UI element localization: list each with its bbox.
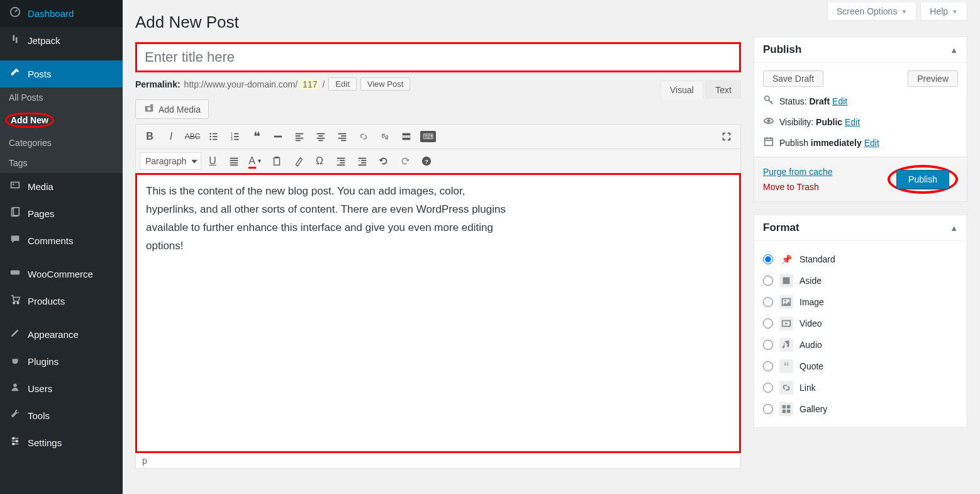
align-right-button[interactable] — [332, 127, 352, 146]
pages-icon — [8, 206, 23, 221]
submenu-add-new[interactable]: Add New — [0, 108, 123, 133]
sidebar-item-posts[interactable]: Posts — [0, 60, 123, 87]
special-character-button[interactable]: Ω — [309, 152, 330, 171]
italic-button[interactable]: I — [161, 127, 181, 146]
format-audio[interactable]: Audio — [763, 334, 958, 356]
format-video[interactable]: Video — [763, 313, 958, 334]
svg-rect-27 — [234, 133, 238, 135]
read-more-button[interactable] — [396, 127, 416, 146]
sidebar-item-media[interactable]: Media — [0, 173, 123, 200]
sidebar-item-products[interactable]: Products — [0, 288, 123, 315]
post-content-editor[interactable]: This is the content of the new blog post… — [135, 173, 741, 453]
submenu-categories[interactable]: Categories — [0, 133, 123, 153]
sidebar-item-pages[interactable]: Pages — [0, 200, 123, 227]
svg-rect-75 — [787, 405, 790, 408]
screen-options-tab[interactable]: Screen Options▼ — [827, 3, 916, 21]
text-color-button[interactable]: A ▼ — [245, 152, 265, 171]
format-radio[interactable] — [763, 276, 773, 286]
visual-tab[interactable]: Visual — [660, 81, 703, 99]
format-radio[interactable] — [763, 361, 773, 371]
format-standard[interactable]: 📌 Standard — [763, 249, 958, 270]
post-title-input[interactable] — [135, 42, 741, 72]
redo-button[interactable] — [395, 152, 415, 171]
permalink-slug[interactable]: 117 — [301, 79, 318, 89]
format-radio[interactable] — [763, 404, 773, 414]
svg-point-14 — [13, 437, 14, 439]
help-tab[interactable]: Help▼ — [920, 3, 967, 21]
preview-button[interactable]: Preview — [908, 70, 958, 87]
sidebar-item-comments[interactable]: Comments — [0, 227, 123, 254]
sidebar-item-users[interactable]: Users — [0, 375, 123, 402]
fullscreen-button[interactable] — [716, 127, 737, 146]
edit-permalink-button[interactable]: Edit — [328, 77, 356, 91]
quote-icon: ❝ — [779, 359, 793, 373]
edit-visibility-link[interactable]: Edit — [845, 117, 860, 127]
toolbar-toggle-button[interactable]: ⌨ — [418, 127, 438, 146]
link-button[interactable] — [354, 127, 374, 146]
status-row: Status: Draft Edit — [763, 94, 958, 108]
publish-panel-header[interactable]: Publish ▲ — [754, 37, 967, 63]
format-image[interactable]: Image — [763, 291, 958, 313]
svg-rect-35 — [296, 138, 304, 139]
bold-button[interactable]: B — [140, 127, 160, 146]
svg-rect-6 — [13, 208, 19, 216]
unlink-button[interactable] — [375, 127, 395, 146]
format-radio[interactable] — [763, 318, 773, 328]
add-media-button[interactable]: Add Media — [135, 99, 209, 119]
submenu-all-posts[interactable]: All Posts — [0, 87, 123, 108]
format-radio[interactable] — [763, 297, 773, 307]
format-aside[interactable]: Aside — [763, 270, 958, 291]
blockquote-button[interactable]: ❝ — [247, 127, 267, 146]
hr-button[interactable] — [268, 127, 288, 146]
svg-rect-33 — [296, 133, 304, 135]
sidebar-item-jetpack[interactable]: Jetpack — [0, 27, 123, 54]
svg-rect-52 — [274, 158, 280, 166]
indent-button[interactable] — [352, 152, 372, 171]
appearance-icon — [8, 327, 23, 342]
main-content: Screen Options▼ Help▼ Add New Post Perma… — [123, 0, 980, 494]
format-radio[interactable] — [763, 340, 773, 350]
underline-button[interactable]: U — [203, 152, 223, 171]
justify-button[interactable] — [224, 152, 244, 171]
strikethrough-button[interactable]: ABC — [182, 127, 203, 146]
svg-point-9 — [17, 302, 19, 304]
format-gallery[interactable]: Gallery — [763, 398, 958, 420]
svg-rect-23 — [213, 136, 217, 137]
text-tab[interactable]: Text — [706, 81, 741, 99]
save-draft-button[interactable]: Save Draft — [763, 70, 823, 87]
sidebar-item-tools[interactable]: Tools — [0, 402, 123, 429]
format-link[interactable]: Link — [763, 377, 958, 398]
sidebar-item-dashboard[interactable]: Dashboard — [0, 0, 123, 27]
publish-button[interactable]: Publish — [896, 170, 949, 189]
submenu-tags[interactable]: Tags — [0, 153, 123, 173]
align-left-button[interactable] — [289, 127, 309, 146]
view-post-button[interactable]: View Post — [360, 77, 411, 91]
audio-icon — [779, 338, 793, 352]
format-panel-header[interactable]: Format ▲ — [754, 215, 967, 241]
clear-formatting-button[interactable] — [288, 152, 308, 171]
format-radio[interactable] — [763, 254, 773, 264]
numbered-list-button[interactable]: 123 — [225, 127, 245, 146]
sidebar-item-woocommerce[interactable]: WooCommerce — [0, 261, 123, 288]
sidebar-item-plugins[interactable]: Plugins — [0, 348, 123, 375]
align-center-button[interactable] — [311, 127, 331, 146]
posts-submenu: All Posts Add New Categories Tags — [0, 87, 123, 173]
undo-button[interactable] — [374, 152, 394, 171]
svg-rect-29 — [234, 136, 238, 137]
sidebar-item-appearance[interactable]: Appearance — [0, 321, 123, 348]
edit-schedule-link[interactable]: Edit — [864, 138, 879, 148]
svg-point-8 — [13, 302, 15, 304]
format-radio[interactable] — [763, 383, 773, 393]
format-quote[interactable]: ❝ Quote — [763, 356, 958, 377]
edit-status-link[interactable]: Edit — [832, 96, 847, 106]
move-to-trash-link[interactable]: Move to Trash — [763, 182, 833, 192]
svg-rect-21 — [213, 133, 217, 135]
purge-cache-link[interactable]: Purge from cache — [763, 167, 833, 177]
help-button[interactable]: ? — [416, 152, 437, 171]
sidebar-item-settings[interactable]: Settings — [0, 429, 123, 456]
bullet-list-button[interactable] — [204, 127, 224, 146]
chevron-up-icon: ▲ — [950, 45, 958, 55]
outdent-button[interactable] — [331, 152, 351, 171]
format-select[interactable]: Paragraph — [140, 152, 201, 170]
paste-text-button[interactable] — [267, 152, 287, 171]
